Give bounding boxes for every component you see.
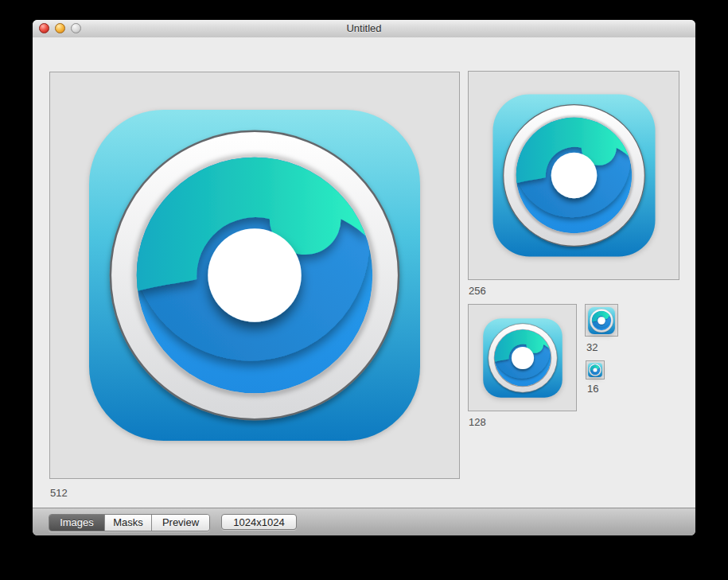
size-label-256: 256 [469, 285, 486, 297]
image-well-16[interactable] [586, 360, 605, 380]
title-bar: Untitled [33, 20, 695, 38]
tab-images[interactable]: Images [49, 515, 105, 531]
app-window: Untitled 512 256 128 32 16 Images Masks … [33, 20, 695, 535]
view-segmented-control: Images Masks Preview [49, 514, 210, 531]
size-1024-button[interactable]: 1024x1024 [221, 514, 297, 530]
size-label-16: 16 [587, 383, 598, 395]
size-label-128: 128 [469, 416, 486, 428]
size-label-32: 32 [586, 341, 598, 353]
content-area: 512 256 128 32 16 [33, 37, 695, 508]
app-icon-preview-16 [588, 363, 602, 377]
app-icon-preview-32 [588, 307, 615, 334]
image-well-256[interactable] [468, 71, 679, 280]
image-well-512[interactable] [49, 72, 460, 479]
app-icon-preview-512 [88, 109, 421, 442]
window-title: Untitled [33, 20, 695, 37]
bottom-toolbar: Images Masks Preview 1024x1024 [33, 508, 695, 535]
tab-preview[interactable]: Preview [152, 515, 209, 531]
image-well-32[interactable] [585, 304, 618, 337]
app-icon-preview-256 [492, 94, 656, 257]
app-icon-preview-128 [483, 318, 563, 398]
image-well-128[interactable] [468, 304, 577, 411]
tab-masks[interactable]: Masks [105, 515, 152, 531]
size-label-512: 512 [50, 487, 68, 499]
